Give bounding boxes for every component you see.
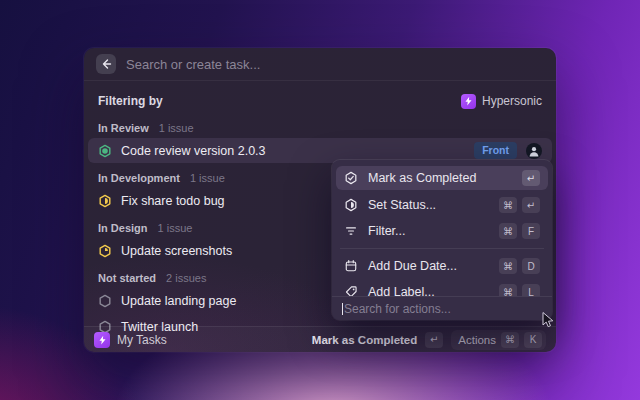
menu-item-mark-as-completed[interactable]: Mark as Completed ↵: [336, 166, 548, 190]
section-count: 2 issues: [166, 272, 206, 284]
cmd-key: ⌘: [501, 332, 519, 348]
menu-item-filter[interactable]: Filter... ⌘ F: [336, 218, 548, 244]
workspace-name: Hypersonic: [482, 94, 542, 108]
my-tasks-bolt-icon: [94, 332, 110, 348]
in-development-status-icon: [98, 194, 112, 208]
section-count: 1 issue: [158, 222, 193, 234]
menu-item-add-due-date[interactable]: Add Due Date... ⌘ D: [336, 253, 548, 279]
task-title: Code review version 2.0.3: [121, 144, 266, 158]
actions-menu-list: Mark as Completed ↵ Set Status... ⌘ ↵: [332, 160, 552, 305]
section-count: 1 issue: [190, 172, 225, 184]
calendar-icon: [344, 259, 358, 273]
mouse-cursor: [541, 311, 555, 329]
cmd-key: ⌘: [499, 223, 517, 239]
section-label: Not started: [98, 272, 156, 284]
desktop-background: Filtering by Hypersonic In Review 1 issu…: [0, 0, 640, 400]
menu-item-label: Add Due Date...: [368, 259, 489, 273]
task-search-input[interactable]: [126, 57, 544, 72]
actions-menu: Mark as Completed ↵ Set Status... ⌘ ↵: [332, 160, 552, 320]
actions-label: Actions: [458, 334, 496, 346]
enter-key: ↵: [425, 332, 443, 348]
actions-button[interactable]: Actions ⌘ K: [451, 330, 546, 350]
not-started-status-icon: [98, 294, 112, 308]
actions-search-input[interactable]: [344, 302, 542, 316]
workspace-badge[interactable]: Hypersonic: [461, 94, 542, 109]
in-review-status-icon: [98, 144, 112, 158]
filter-icon: [344, 224, 358, 238]
section-label: In Design: [98, 222, 148, 234]
filter-header: Filtering by Hypersonic: [84, 89, 556, 113]
menu-item-label: Mark as Completed: [368, 171, 512, 185]
k-key: K: [524, 332, 542, 348]
menu-item-set-status[interactable]: Set Status... ⌘ ↵: [336, 192, 548, 218]
back-arrow-icon: [100, 58, 112, 70]
menu-divider: [340, 248, 544, 249]
enter-key: ↵: [522, 197, 540, 213]
enter-key: ↵: [522, 170, 540, 186]
task-title: Fix share todo bug: [121, 194, 225, 208]
actions-search-bar: [332, 296, 552, 320]
in-design-status-icon: [98, 244, 112, 258]
front-label-badge: Front: [474, 142, 517, 159]
cmd-key: ⌘: [499, 197, 517, 213]
section-label: In Development: [98, 172, 180, 184]
section-count: 1 issue: [159, 122, 194, 134]
menu-item-label: Set Status...: [368, 198, 489, 212]
search-bar: [84, 48, 556, 81]
palette-footer: My Tasks Mark as Completed ↵ Actions ⌘ K: [84, 326, 556, 352]
task-title: Update screenshots: [121, 244, 232, 258]
hexagon-half-icon: [344, 198, 358, 212]
task-title: Update landing page: [121, 294, 236, 308]
footer-workspace: My Tasks: [94, 332, 167, 348]
filtering-by-label: Filtering by: [98, 94, 163, 108]
d-key: D: [522, 258, 540, 274]
footer-workspace-label: My Tasks: [117, 333, 167, 347]
primary-action-label[interactable]: Mark as Completed: [312, 334, 417, 346]
section-header-in-review: In Review 1 issue: [84, 119, 556, 137]
hexagon-check-icon: [344, 171, 358, 185]
person-icon: [528, 145, 540, 157]
menu-item-label: Filter...: [368, 224, 489, 238]
back-button[interactable]: [96, 54, 116, 74]
section-label: In Review: [98, 122, 149, 134]
cmd-key: ⌘: [499, 258, 517, 274]
text-caret: [342, 303, 343, 315]
hypersonic-bolt-icon: [461, 94, 476, 109]
assignee-avatar: [526, 143, 542, 159]
f-key: F: [522, 223, 540, 239]
